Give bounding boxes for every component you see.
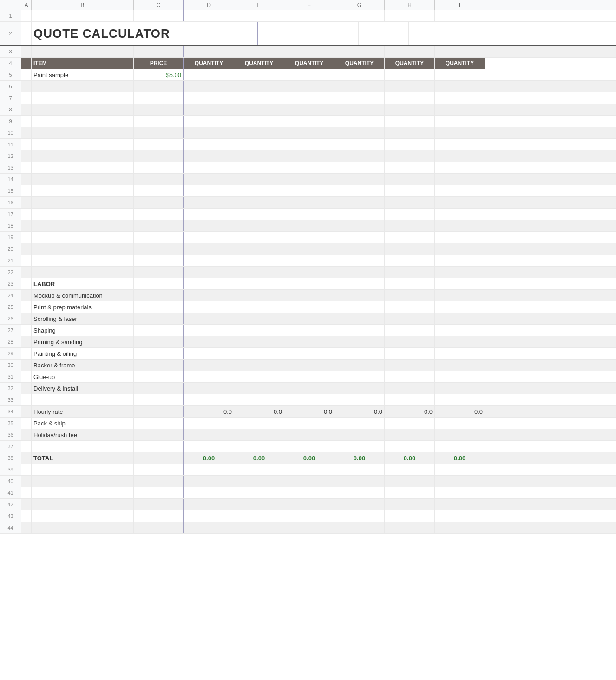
cell-3e[interactable] <box>234 46 284 57</box>
row-num: 13 <box>0 162 21 173</box>
table-row: 6 <box>0 81 616 92</box>
row-num: 18 <box>0 220 21 231</box>
row-num: 30 <box>0 360 21 371</box>
table-row: 15 <box>0 185 616 197</box>
cell-5i[interactable] <box>435 69 485 80</box>
row-num: 17 <box>0 209 21 220</box>
row-num: 24 <box>0 290 21 301</box>
row-num: 34 <box>0 406 21 417</box>
row-num: 35 <box>0 418 21 429</box>
table-row: 40 <box>0 476 616 487</box>
cell-1c[interactable] <box>134 10 184 21</box>
table-row: 3 <box>0 46 616 58</box>
cell-3f[interactable] <box>284 46 334 57</box>
cell-1i[interactable] <box>435 10 485 21</box>
cell-1h[interactable] <box>385 10 435 21</box>
cell-3a[interactable] <box>21 46 32 57</box>
qty-header-g: QUANTITY <box>334 58 385 69</box>
cell-5e[interactable] <box>234 69 284 80</box>
pack-ship-label: Pack & ship <box>32 418 134 429</box>
cell-2e[interactable] <box>308 22 359 45</box>
labor-item-3[interactable]: Scrolling & laser <box>32 313 134 324</box>
cell-3c[interactable] <box>134 46 184 57</box>
cell-2c[interactable] <box>208 22 258 45</box>
total-label: TOTAL <box>32 452 134 464</box>
cell-1b[interactable] <box>32 10 134 21</box>
cell-1a[interactable] <box>21 10 32 21</box>
cell-1g[interactable] <box>334 10 385 21</box>
table-row: 29 Painting & oiling <box>0 348 616 360</box>
total-g: 0.00 <box>334 452 385 464</box>
row-num: 19 <box>0 232 21 243</box>
qty-header-i: QUANTITY <box>435 58 485 69</box>
paint-sample-label[interactable]: Paint sample <box>32 69 134 80</box>
cell-2g[interactable] <box>409 22 459 45</box>
hourly-rate-label: Hourly rate <box>32 406 134 417</box>
spreadsheet-title: QUOTE CALCULATOR <box>32 22 208 45</box>
cell-2h[interactable] <box>459 22 509 45</box>
labor-item-8[interactable]: Glue-up <box>32 371 134 382</box>
paint-sample-price[interactable]: $5.00 <box>134 69 184 80</box>
cell-3i[interactable] <box>435 46 485 57</box>
cell-5d[interactable] <box>184 69 234 80</box>
cell-3d[interactable] <box>184 46 234 57</box>
hourly-rate-h[interactable]: 0.0 <box>385 406 435 417</box>
labor-item-2[interactable]: Print & prep materials <box>32 301 134 313</box>
cell-3h[interactable] <box>385 46 435 57</box>
col-header-f: F <box>284 0 334 10</box>
row-num: 12 <box>0 150 21 162</box>
labor-item-4[interactable]: Shaping <box>32 325 134 336</box>
table-row: 1 <box>0 10 616 22</box>
row-num: 29 <box>0 348 21 359</box>
total-e: 0.00 <box>234 452 284 464</box>
cell-5g[interactable] <box>334 69 385 80</box>
row-num: 31 <box>0 371 21 382</box>
hourly-rate-g[interactable]: 0.0 <box>334 406 385 417</box>
total-row: 38 TOTAL 0.00 0.00 0.00 0.00 0.00 0.00 <box>0 452 616 464</box>
total-d: 0.00 <box>184 452 234 464</box>
cell-5f[interactable] <box>284 69 334 80</box>
labor-item-7[interactable]: Backer & frame <box>32 360 134 371</box>
table-row: 24 Mockup & communication <box>0 290 616 301</box>
labor-item-6[interactable]: Painting & oiling <box>32 348 134 359</box>
cell-3b[interactable] <box>32 46 134 57</box>
cell-2d[interactable] <box>258 22 308 45</box>
hourly-rate-i[interactable]: 0.0 <box>435 406 485 417</box>
row-num: 40 <box>0 476 21 487</box>
cell-2i[interactable] <box>509 22 559 45</box>
row-num: 14 <box>0 174 21 185</box>
hourly-rate-row: 34 Hourly rate 0.0 0.0 0.0 0.0 0.0 0.0 <box>0 406 616 418</box>
labor-item-5[interactable]: Priming & sanding <box>32 336 134 347</box>
cell-2a[interactable] <box>21 22 32 45</box>
cell-1e[interactable] <box>234 10 284 21</box>
hourly-rate-e[interactable]: 0.0 <box>234 406 284 417</box>
table-row: 25 Print & prep materials <box>0 301 616 313</box>
cell-1d[interactable] <box>184 10 234 21</box>
cell-3g[interactable] <box>334 46 385 57</box>
table-row: 19 <box>0 232 616 243</box>
row-num: 44 <box>0 522 21 533</box>
row-num: 43 <box>0 510 21 522</box>
cell-5h[interactable] <box>385 69 435 80</box>
row-num: 33 <box>0 394 21 405</box>
table-row: 32 Delivery & install <box>0 383 616 394</box>
labor-item-9[interactable]: Delivery & install <box>32 383 134 394</box>
qty-header-d: QUANTITY <box>184 58 234 69</box>
hourly-rate-f[interactable]: 0.0 <box>284 406 334 417</box>
cell-4a[interactable] <box>21 58 32 69</box>
row-num: 3 <box>0 46 21 57</box>
table-row: 13 <box>0 162 616 174</box>
table-row: 12 <box>0 150 616 162</box>
cell-5a[interactable] <box>21 69 32 80</box>
col-header-h: H <box>385 0 435 10</box>
hourly-rate-d[interactable]: 0.0 <box>184 406 234 417</box>
cell-2f[interactable] <box>359 22 409 45</box>
row-num: 23 <box>0 278 21 289</box>
cell-1f[interactable] <box>284 10 334 21</box>
labor-item-1[interactable]: Mockup & communication <box>32 290 134 301</box>
row-num: 2 <box>0 22 21 45</box>
row-num: 10 <box>0 127 21 138</box>
table-row: 28 Priming & sanding <box>0 336 616 348</box>
table-row: 18 <box>0 220 616 232</box>
labor-section-row: 23 LABOR <box>0 278 616 290</box>
